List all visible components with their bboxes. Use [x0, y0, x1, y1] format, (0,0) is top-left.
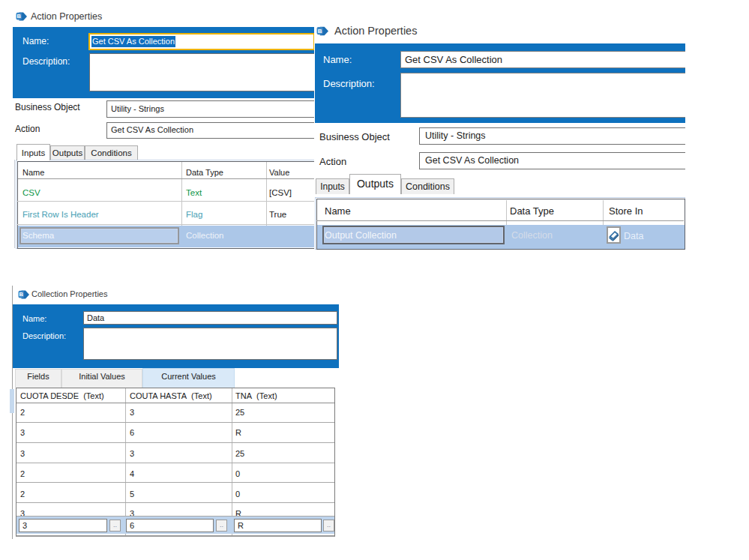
svg-text:B: B: [318, 28, 322, 34]
svg-text:B: B: [17, 13, 22, 19]
svg-text:B: B: [19, 291, 24, 298]
